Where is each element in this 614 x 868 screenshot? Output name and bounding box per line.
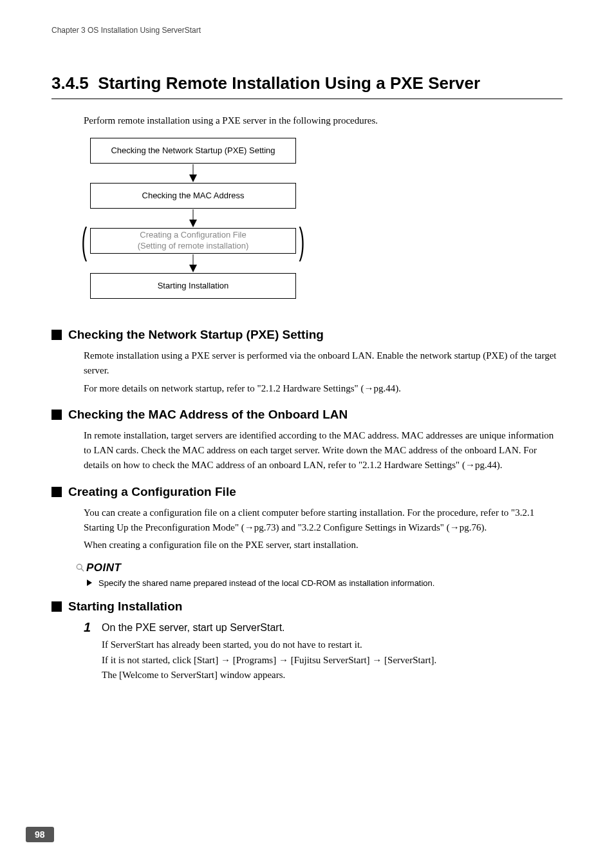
flow-box-starting-install: Starting Installation xyxy=(90,273,296,299)
point-text: POINT xyxy=(86,561,121,574)
left-paren-icon: ( xyxy=(81,226,88,256)
step-number: 1 xyxy=(84,620,102,635)
body-paragraph: Remote installation using a PXE server i… xyxy=(84,348,563,379)
svg-marker-5 xyxy=(189,265,197,272)
body-paragraph: You can create a configuration file on a… xyxy=(84,505,563,536)
triangle-bullet-icon xyxy=(87,580,92,586)
flowchart: Checking the Network Startup (PXE) Setti… xyxy=(90,138,563,299)
point-item-text: Specify the shared name prepared instead… xyxy=(98,578,434,588)
step-body-line: If it is not started, click [Start] → [P… xyxy=(102,653,563,668)
body-paragraph: In remote installation, target servers a… xyxy=(84,428,563,473)
square-bullet-icon xyxy=(51,330,62,340)
square-bullet-icon xyxy=(51,487,62,497)
right-paren-icon: ) xyxy=(299,226,306,256)
flow-box-mac-address: Checking the MAC Address xyxy=(90,183,296,209)
flow-box-pxe-setting: Checking the Network Startup (PXE) Setti… xyxy=(90,138,296,164)
flow-box3-line2: (Setting of remote installation) xyxy=(138,241,249,250)
subsection-title: Checking the Network Startup (PXE) Setti… xyxy=(68,328,324,342)
step-row: 1 On the PXE server, start up ServerStar… xyxy=(84,620,563,635)
flow-box3-line1: Creating a Configuration File xyxy=(140,230,246,240)
intro-paragraph: Perform remote installation using a PXE … xyxy=(84,115,563,126)
arrow-down-icon xyxy=(90,164,296,183)
svg-line-7 xyxy=(81,569,84,572)
point-bullet-item: Specify the shared name prepared instead… xyxy=(87,578,563,588)
body-paragraph: For more details on network startup, ref… xyxy=(84,381,563,396)
flow-box-config-file: Creating a Configuration File (Setting o… xyxy=(90,228,296,254)
step-body-line: If ServerStart has already been started,… xyxy=(102,637,563,652)
page-number-badge: 98 xyxy=(26,827,54,842)
svg-marker-8 xyxy=(87,580,92,586)
section-title-text: Starting Remote Installation Using a PXE… xyxy=(98,73,480,93)
section-title: 3.4.5 Starting Remote Installation Using… xyxy=(51,73,563,99)
subsection-pxe-setting: Checking the Network Startup (PXE) Setti… xyxy=(51,328,563,342)
svg-marker-1 xyxy=(189,175,197,182)
square-bullet-icon xyxy=(51,601,62,612)
body-paragraph: When creating a configuration file on th… xyxy=(84,538,563,552)
section-number: 3.4.5 xyxy=(51,73,89,93)
step-title: On the PXE server, start up ServerStart. xyxy=(102,622,285,634)
arrow-down-icon xyxy=(90,209,296,228)
subsection-config-file: Creating a Configuration File xyxy=(51,485,563,499)
arrow-down-icon xyxy=(90,254,296,273)
svg-point-6 xyxy=(77,565,82,570)
chapter-header: Chapter 3 OS Installation Using ServerSt… xyxy=(51,26,563,35)
step-body-line: The [Welcome to ServerStart] window appe… xyxy=(102,668,563,683)
point-label: POINT xyxy=(76,561,563,574)
subsection-starting-install: Starting Installation xyxy=(51,599,563,614)
svg-marker-3 xyxy=(189,220,197,227)
subsection-title: Starting Installation xyxy=(68,599,182,614)
magnifier-icon xyxy=(76,563,85,572)
subsection-mac-address: Checking the MAC Address of the Onboard … xyxy=(51,408,563,422)
square-bullet-icon xyxy=(51,410,62,420)
subsection-title: Checking the MAC Address of the Onboard … xyxy=(68,408,348,422)
subsection-title: Creating a Configuration File xyxy=(68,485,236,499)
